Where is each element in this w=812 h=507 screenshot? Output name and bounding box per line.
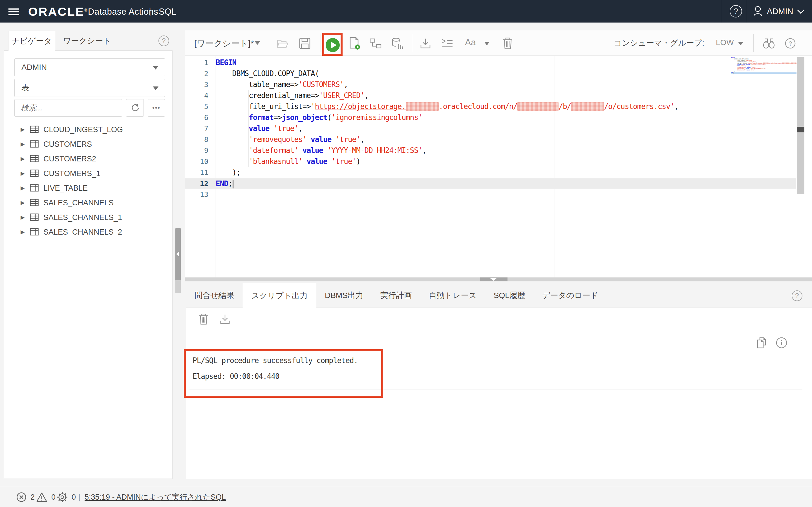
code-token: [406, 102, 439, 111]
sql-history-item: 5:35:19 - ADMINによって実行されたSQL: [85, 487, 226, 507]
object-type-select-value: 表: [21, 83, 29, 92]
expand-arrow-icon[interactable]: ▶: [20, 166, 25, 181]
oracle-logo: ORACLE®: [28, 5, 88, 18]
search-input[interactable]: [14, 99, 122, 117]
more-button[interactable]: •••: [148, 99, 165, 117]
code-line[interactable]: 13: [185, 189, 796, 200]
code-token: ,: [360, 135, 364, 144]
output-copy-button[interactable]: [755, 335, 769, 350]
help-icon: ?: [784, 38, 796, 49]
editor-scrollbar[interactable]: [797, 57, 804, 194]
worksheet-title[interactable]: [ワークシート]*: [194, 38, 254, 49]
help-icon[interactable]: ?: [730, 5, 742, 17]
explain-plan-button[interactable]: [368, 36, 384, 51]
code-line[interactable]: 3 table_name=>'CUSTOMERS',: [185, 79, 796, 90]
run-script-button[interactable]: [347, 36, 363, 51]
code-line[interactable]: 1BEGIN: [185, 57, 796, 68]
download-icon: [220, 314, 231, 325]
tree-item-table[interactable]: ▶ CLOUD_INGEST_LOG: [4, 122, 172, 137]
autotrace-button[interactable]: [389, 36, 405, 51]
code-token: https://objectstorage.: [315, 102, 406, 111]
results-tab[interactable]: スクリプト出力: [243, 283, 316, 308]
code-line[interactable]: 4 credential_name=>'USER_CRED',: [185, 90, 796, 101]
results-tab[interactable]: 自動トレース: [420, 283, 485, 308]
code-line[interactable]: 9 'dateformat' value 'YYYY-MM-DD HH24:MI…: [185, 145, 796, 156]
topbar-separator: [722, 0, 722, 22]
output-download-button[interactable]: [218, 312, 232, 327]
minimap[interactable]: BEGIN DBMS_CLOUD.COPY_DATA( table_name=>…: [731, 57, 797, 76]
expand-arrow-icon[interactable]: ▶: [20, 210, 25, 225]
user-menu[interactable]: ADMIN: [752, 0, 803, 22]
format-button[interactable]: [439, 36, 455, 51]
code-line[interactable]: 8 'removequotes' value 'true',: [185, 134, 796, 145]
navigator-panel: ADMIN 表 ••• ▶ CLOUD_INGEST_LOG▶: [4, 50, 172, 479]
font-size-button[interactable]: Aa: [465, 37, 476, 48]
find-button[interactable]: [761, 36, 777, 51]
expand-arrow-icon[interactable]: ▶: [20, 122, 25, 137]
output-toolbar-separator: [190, 327, 802, 327]
schema-select[interactable]: ADMIN: [14, 58, 165, 76]
results-help-icon[interactable]: ?: [792, 290, 802, 301]
tree-item-table[interactable]: ▶ LIVE_TABLE: [4, 181, 172, 195]
error-status[interactable]: 2: [16, 487, 35, 507]
results-tab[interactable]: 実行計画: [372, 283, 420, 308]
refresh-button[interactable]: [126, 99, 144, 117]
code-line[interactable]: 7 value 'true',: [185, 123, 796, 134]
table-icon: [30, 140, 39, 148]
consumer-group-chevron-icon[interactable]: [738, 42, 744, 45]
code-line[interactable]: 12END;: [185, 178, 796, 189]
hamburger-menu-icon[interactable]: [8, 7, 20, 16]
tree-item-table[interactable]: ▶ CUSTOMERS_1: [4, 166, 172, 181]
results-tab[interactable]: データのロード: [534, 283, 607, 308]
object-type-select[interactable]: 表: [14, 79, 165, 97]
code-editor[interactable]: 1BEGIN2 DBMS_CLOUD.COPY_DATA(3 table_nam…: [185, 56, 812, 277]
expand-arrow-icon[interactable]: ▶: [20, 152, 25, 166]
tab-worksheet[interactable]: ワークシート: [61, 31, 113, 51]
error-count: 2: [31, 493, 35, 502]
expand-arrow-icon[interactable]: ▶: [20, 137, 25, 152]
code-line[interactable]: 6 format=>json_object('ignoremissingcolu…: [185, 112, 796, 123]
tab-navigator[interactable]: ナビゲータ: [8, 31, 55, 51]
sql-history-link[interactable]: 5:35:19 - ADMINによって実行されたSQL: [85, 492, 226, 502]
results-tab[interactable]: SQL履歴: [485, 283, 534, 308]
panel-collapse-handle[interactable]: [175, 228, 181, 280]
code-token: ,: [298, 124, 303, 133]
results-tab[interactable]: 問合せ結果: [186, 283, 243, 308]
folder-open-icon: [276, 38, 289, 49]
clear-worksheet-button[interactable]: [500, 36, 516, 51]
editor-results-splitter[interactable]: [185, 277, 812, 281]
results-tab[interactable]: DBMS出力: [316, 283, 372, 308]
tree-item-table[interactable]: ▶ SALES_CHANNELS_2: [4, 225, 172, 239]
output-info-button[interactable]: [774, 335, 789, 350]
splitter-collapse-handle[interactable]: [480, 277, 507, 281]
tree-item-table[interactable]: ▶ SALES_CHANNELS: [4, 195, 172, 210]
tree-item-table[interactable]: ▶ CUSTOMERS: [4, 137, 172, 152]
code-line[interactable]: 5 file_uri_list=>'https://objectstorage.…: [185, 101, 796, 112]
expand-arrow-icon[interactable]: ▶: [20, 195, 25, 210]
download-button[interactable]: [417, 36, 434, 51]
worksheet-title-chevron-icon[interactable]: [255, 41, 260, 45]
font-size-chevron-icon[interactable]: [484, 42, 490, 45]
table-icon: [30, 199, 39, 206]
navigator-help-icon[interactable]: ?: [158, 36, 169, 46]
open-file-button[interactable]: [275, 36, 291, 51]
consumer-group-value[interactable]: LOW: [716, 38, 734, 47]
expand-arrow-icon[interactable]: ▶: [20, 181, 25, 195]
editor-scrollbar-thumb[interactable]: [797, 127, 804, 132]
tree-item-table[interactable]: ▶ CUSTOMERS2: [4, 152, 172, 166]
code-token: table_name=>: [216, 80, 298, 89]
output-clear-button[interactable]: [196, 312, 211, 327]
process-status[interactable]: 0: [57, 487, 76, 507]
worksheet-help-button[interactable]: ?: [782, 36, 798, 51]
code-token: END: [216, 179, 228, 188]
run-statement-button[interactable]: [325, 37, 341, 53]
code-token: [216, 113, 249, 122]
warning-status[interactable]: 0: [36, 487, 56, 507]
save-button[interactable]: [297, 36, 313, 51]
code-line[interactable]: 10 'blankasnull' value 'true'): [185, 156, 796, 167]
tree-item-table[interactable]: ▶ SALES_CHANNELS_1: [4, 210, 172, 225]
code-line[interactable]: 2 DBMS_CLOUD.COPY_DATA(: [185, 68, 796, 79]
expand-arrow-icon[interactable]: ▶: [20, 225, 25, 239]
panel-divider[interactable]: [175, 280, 181, 293]
code-line[interactable]: 11 );: [185, 167, 796, 178]
